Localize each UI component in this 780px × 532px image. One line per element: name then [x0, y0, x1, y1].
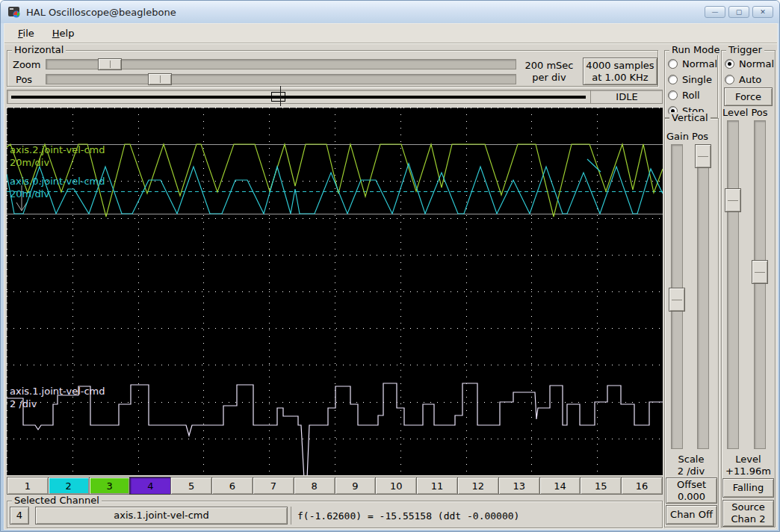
radio-icon[interactable]: [725, 75, 734, 84]
trace-scale: 20m/div: [10, 188, 105, 200]
time-per-div-line2: per div: [518, 72, 581, 84]
trigger-source-button[interactable]: Source Chan 2: [722, 500, 774, 527]
menu-help[interactable]: Help: [45, 25, 82, 41]
vertical-scale-title: Scale: [664, 454, 718, 466]
radio-icon[interactable]: [725, 59, 734, 69]
force-button-label: Force: [735, 91, 761, 103]
offset-value: 0.000: [678, 491, 705, 503]
channel-button-16[interactable]: 16: [621, 477, 663, 495]
samples-button[interactable]: 4000 samples at 1.00 KHz: [583, 58, 657, 85]
trigger-pos-slider-handle[interactable]: [752, 260, 768, 284]
offset-button[interactable]: Offset 0.000: [666, 477, 717, 504]
trigger-level-pos-label: Level Pos: [722, 107, 768, 118]
time-per-div-label: 200 mSec per div: [518, 60, 581, 84]
run-mode-roll-label: Roll: [682, 90, 700, 101]
horizontal-frame-label: Horizontal: [12, 44, 66, 55]
chan-off-button[interactable]: Chan Off: [666, 505, 717, 525]
cursor-readout-text: f(-1.62600) = -15.55158 (ddt -0.00000): [297, 510, 519, 522]
selected-channel-name: axis.1.joint-vel-cmd: [114, 510, 209, 522]
run-mode-options: NormalSingleRollStop: [668, 56, 717, 119]
channel-button-9[interactable]: 9: [335, 477, 377, 495]
channel-button-1[interactable]: 1: [7, 477, 49, 495]
trigger-pos-slider-track[interactable]: [754, 120, 766, 449]
record-position-marker: [271, 92, 285, 102]
time-per-div-line1: 200 mSec: [518, 60, 581, 72]
trigger-level-value: +11.96m: [721, 466, 776, 477]
close-icon[interactable]: ✕: [752, 6, 773, 18]
radio-icon[interactable]: [668, 59, 678, 69]
menu-file[interactable]: File: [10, 25, 42, 41]
app-icon: [8, 6, 21, 18]
channel-button-3[interactable]: 3: [89, 477, 131, 495]
pos-slider-track[interactable]: [46, 74, 516, 84]
pos-slider-handle[interactable]: [148, 73, 172, 85]
vertical-pos-slider-track[interactable]: [697, 144, 709, 449]
channel-button-6[interactable]: 6: [211, 477, 253, 495]
titlebar[interactable]: HAL Oscilloscope@beaglebone — ▢ ✕: [1, 1, 780, 23]
trigger-level-slider-handle[interactable]: [725, 188, 741, 212]
trigger-level-readout: Level +11.96m: [721, 454, 776, 477]
selected-channel-number-button[interactable]: 4: [10, 507, 29, 525]
channel-button-8[interactable]: 8: [294, 477, 335, 495]
scope-canvas: [7, 108, 663, 475]
channel-button-12[interactable]: 12: [457, 477, 499, 495]
trigger-normal-label: Normal: [739, 58, 774, 69]
cursor-readout: f(-1.62600) = -15.55158 (ddt -0.00000): [291, 507, 660, 525]
channel-button-13[interactable]: 13: [498, 477, 540, 495]
trigger-edge-button[interactable]: Falling: [722, 478, 774, 498]
trigger-normal-radio[interactable]: Normal: [725, 56, 774, 72]
channel-button-11[interactable]: 11: [416, 477, 458, 495]
selected-channel-frame-label: Selected Channel: [12, 495, 102, 506]
channel-button-4[interactable]: 4: [129, 477, 171, 495]
trigger-level-title: Level: [721, 454, 776, 466]
run-mode-normal-label: Normal: [682, 58, 717, 69]
trace-name: axis.0.joint-vel-cmd: [10, 175, 105, 188]
trace-fragment: [587, 159, 601, 172]
trigger-frame-label: Trigger: [726, 44, 764, 55]
channel-button-14[interactable]: 14: [539, 477, 581, 495]
scope-display[interactable]: axis.2.joint-vel-cmd 20m/div axis.0.join…: [7, 108, 663, 475]
zoom-slider-handle[interactable]: [98, 58, 122, 70]
app-window: HAL Oscilloscope@beaglebone — ▢ ✕ File H…: [0, 0, 780, 532]
channel-button-2[interactable]: 2: [48, 477, 90, 495]
trace-label-axis1: axis.1.joint-vel-cmd 2 /div: [10, 385, 105, 410]
vertical-frame-label: Vertical: [669, 112, 711, 123]
channel-button-7[interactable]: 7: [253, 477, 294, 495]
run-mode-roll-radio[interactable]: Roll: [668, 87, 717, 103]
vertical-pos-slider-handle[interactable]: [695, 144, 711, 168]
trace-label-axis2: axis.2.joint-vel-cmd 20m/div: [10, 143, 105, 169]
run-mode-normal-radio[interactable]: Normal: [668, 56, 717, 72]
trigger-source-line1: Source: [731, 501, 765, 513]
channel-button-15[interactable]: 15: [580, 477, 622, 495]
trigger-source-line2: Chan 2: [731, 513, 766, 525]
chan-off-label: Chan Off: [670, 509, 713, 521]
radio-icon[interactable]: [668, 75, 678, 84]
window-title: HAL Oscilloscope@beaglebone: [26, 7, 176, 18]
run-mode-single-label: Single: [682, 74, 712, 85]
force-button[interactable]: Force: [724, 87, 773, 106]
radio-icon[interactable]: [668, 90, 678, 100]
menubar: File Help: [4, 24, 777, 43]
trace-scale: 2 /div: [10, 398, 105, 410]
channel-button-10[interactable]: 10: [375, 477, 417, 495]
run-mode-single-radio[interactable]: Single: [668, 72, 717, 87]
maximize-icon[interactable]: ▢: [728, 6, 749, 18]
run-mode-frame-label: Run Mode: [669, 44, 722, 55]
trigger-auto-radio[interactable]: Auto: [725, 72, 774, 87]
record-cursor: [280, 86, 281, 106]
samples-line1: 4000 samples: [586, 60, 654, 72]
trace-name: axis.2.joint-vel-cmd: [10, 143, 105, 156]
trace-scale: 20m/div: [10, 156, 105, 169]
vertical-gain-slider-handle[interactable]: [669, 288, 685, 312]
pos-label: Pos: [16, 74, 32, 85]
vertical-gain-pos-label: Gain Pos: [666, 131, 708, 142]
vertical-scale-readout: Scale 2 /div: [664, 454, 718, 477]
selected-channel-name-button[interactable]: axis.1.joint-vel-cmd: [35, 507, 288, 525]
offset-title: Offset: [677, 479, 706, 491]
minimize-icon[interactable]: —: [705, 6, 725, 18]
trigger-level-slider-track[interactable]: [727, 120, 739, 449]
trigger-edge-label: Falling: [733, 482, 764, 494]
record-progress-fill: [11, 96, 586, 99]
samples-line2: at 1.00 KHz: [592, 72, 648, 84]
channel-button-5[interactable]: 5: [170, 477, 212, 495]
